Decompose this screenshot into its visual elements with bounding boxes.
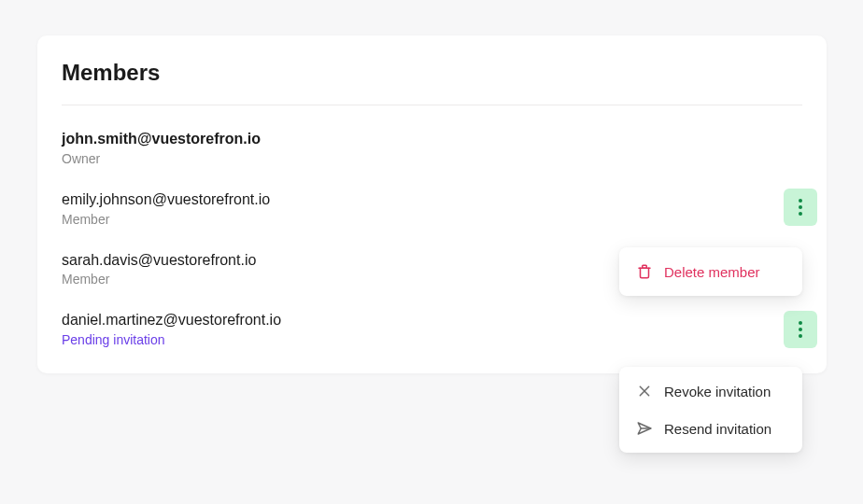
member-email: john.smith@vuestorefron.io (62, 130, 261, 149)
member-email: emily.johnson@vuestorefront.io (62, 190, 270, 210)
member-row: daniel.martinez@vuestorefront.io Pending… (62, 311, 802, 347)
member-email: daniel.martinez@vuestorefront.io (62, 311, 281, 330)
member-info: emily.johnson@vuestorefront.io Member (62, 190, 270, 227)
more-vertical-icon (799, 199, 802, 216)
member-actions-button[interactable] (784, 311, 817, 348)
invitation-actions-menu: Revoke invitation Resend invitation (619, 367, 802, 453)
member-info: john.smith@vuestorefron.io Owner (62, 130, 261, 166)
menu-item-label: Revoke invitation (664, 384, 771, 399)
revoke-invitation-item[interactable]: Revoke invitation (619, 372, 802, 410)
resend-invitation-item[interactable]: Resend invitation (619, 410, 802, 447)
member-actions-menu: Delete member (619, 247, 802, 296)
member-role: Member (62, 212, 270, 227)
menu-item-label: Resend invitation (664, 421, 771, 437)
member-row: john.smith@vuestorefron.io Owner (62, 130, 802, 166)
card-title: Members (62, 60, 802, 86)
member-info: sarah.davis@vuestorefront.io Member (62, 251, 256, 287)
send-icon (636, 420, 653, 437)
divider (62, 105, 802, 105)
member-row: emily.johnson@vuestorefront.io Member (62, 190, 802, 227)
member-actions-button[interactable] (784, 189, 817, 226)
menu-item-label: Delete member (664, 264, 760, 280)
member-role: Pending invitation (62, 332, 281, 347)
delete-member-item[interactable]: Delete member (619, 253, 802, 290)
member-info: daniel.martinez@vuestorefront.io Pending… (62, 311, 281, 347)
trash-icon (636, 263, 653, 280)
member-role: Owner (62, 151, 261, 166)
close-icon (636, 383, 653, 399)
member-email: sarah.davis@vuestorefront.io (62, 251, 256, 271)
members-card: Members john.smith@vuestorefron.io Owner… (37, 35, 827, 373)
more-vertical-icon (799, 321, 802, 338)
member-role: Member (62, 272, 256, 287)
